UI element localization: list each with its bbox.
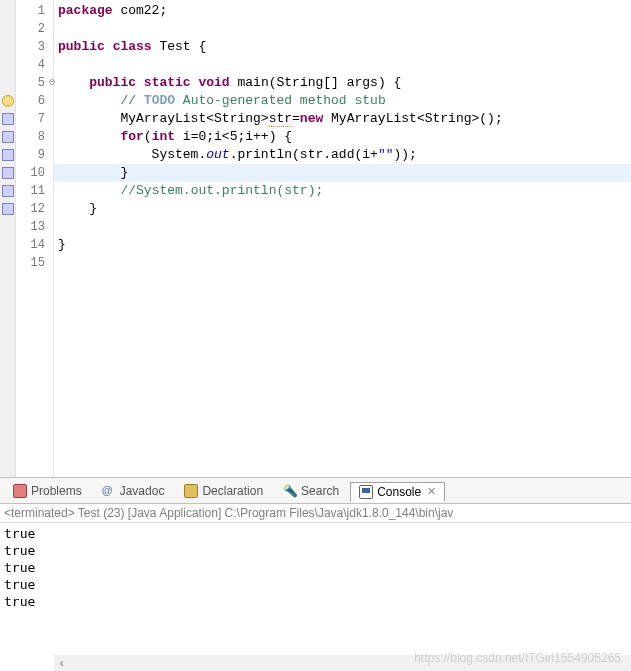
console-line: true	[4, 525, 627, 542]
line-number[interactable]: 1	[16, 2, 53, 20]
code-token	[58, 75, 89, 90]
line-number[interactable]: 6	[16, 92, 53, 110]
line-number[interactable]: 5	[16, 74, 53, 92]
code-token: //System.out.println(	[120, 183, 284, 198]
code-token: args	[347, 75, 378, 90]
console-line: true	[4, 593, 627, 610]
code-token: void	[198, 75, 229, 90]
editor-left-margin	[0, 0, 16, 477]
code-editor-pane: 123456789101112131415 package com22;publ…	[0, 0, 631, 478]
code-token	[58, 93, 120, 108]
line-number[interactable]: 7	[16, 110, 53, 128]
code-area[interactable]: package com22;public class Test { public…	[54, 0, 631, 477]
code-token: (	[144, 129, 152, 144]
code-token: str	[269, 111, 292, 127]
code-token: .println(str.add(i+	[230, 147, 378, 162]
code-token: public	[58, 39, 105, 54]
code-token: Auto-generated method stub	[175, 93, 386, 108]
code-token: int	[152, 129, 175, 144]
code-line[interactable]: // TODO Auto-generated method stub	[54, 92, 631, 110]
close-icon[interactable]: ✕	[427, 485, 436, 498]
code-token: =	[292, 111, 300, 126]
code-line[interactable]: }	[54, 200, 631, 218]
line-number[interactable]: 11	[16, 182, 53, 200]
console-line: true	[4, 576, 627, 593]
code-token: }	[58, 237, 66, 252]
tab-javadoc[interactable]: @ Javadoc	[93, 481, 174, 501]
console-line: true	[4, 559, 627, 576]
code-token: ) {	[378, 75, 401, 90]
code-token: ""	[378, 147, 394, 162]
tab-label: Console	[377, 485, 421, 499]
code-token: out	[206, 147, 229, 162]
code-token: new	[300, 111, 323, 126]
code-token	[105, 39, 113, 54]
code-token: for	[120, 129, 143, 144]
tab-declaration[interactable]: Declaration	[175, 481, 272, 501]
code-line[interactable]: public static void main(String[] args) {	[54, 74, 631, 92]
code-token: com22;	[113, 3, 168, 18]
code-token: package	[58, 3, 113, 18]
problems-icon	[13, 484, 27, 498]
code-token: str	[284, 183, 307, 198]
view-tab-bar: Problems @ Javadoc Declaration 🔦 Search …	[0, 478, 631, 504]
search-icon: 🔦	[283, 484, 297, 498]
code-token: System.	[58, 147, 206, 162]
code-token: class	[113, 39, 152, 54]
code-token: public	[89, 75, 136, 90]
code-token	[136, 75, 144, 90]
code-line[interactable]: System.out.println(str.add(i+""));	[54, 146, 631, 164]
tab-label: Javadoc	[120, 484, 165, 498]
tab-label: Declaration	[202, 484, 263, 498]
line-number[interactable]: 9	[16, 146, 53, 164]
line-number[interactable]: 8	[16, 128, 53, 146]
code-line[interactable]	[54, 20, 631, 38]
line-number[interactable]: 4	[16, 56, 53, 74]
code-line[interactable]: MyArrayList<String>str=new MyArrayList<S…	[54, 110, 631, 128]
code-line[interactable]	[54, 254, 631, 272]
line-number[interactable]: 15	[16, 254, 53, 272]
code-token: MyArrayList<String>();	[323, 111, 502, 126]
line-number[interactable]: 2	[16, 20, 53, 38]
tab-label: Problems	[31, 484, 82, 498]
tab-console[interactable]: Console ✕	[350, 482, 445, 502]
code-line[interactable]	[54, 218, 631, 236]
code-token: i=0;i<5;i++) {	[175, 129, 292, 144]
line-number[interactable]: 12	[16, 200, 53, 218]
code-token	[58, 129, 120, 144]
line-number[interactable]: 3	[16, 38, 53, 56]
tab-problems[interactable]: Problems	[4, 481, 91, 501]
bottom-panel: Problems @ Javadoc Declaration 🔦 Search …	[0, 478, 631, 612]
code-line[interactable]: package com22;	[54, 2, 631, 20]
line-number[interactable]: 14	[16, 236, 53, 254]
console-icon	[359, 485, 373, 499]
watermark-text: https://blog.csdn.net/ITGirl1554905265	[414, 651, 621, 665]
code-line[interactable]: public class Test {	[54, 38, 631, 56]
line-number[interactable]: 13	[16, 218, 53, 236]
code-token: Test {	[152, 39, 207, 54]
code-token: MyArrayList<String>	[58, 111, 269, 126]
console-line: true	[4, 542, 627, 559]
code-line[interactable]: //System.out.println(str);	[54, 182, 631, 200]
code-token	[58, 183, 120, 198]
code-token: //	[120, 93, 143, 108]
console-output[interactable]: truetruetruetruetrue	[0, 523, 631, 612]
line-number[interactable]: 10	[16, 164, 53, 182]
line-number-gutter[interactable]: 123456789101112131415	[16, 0, 54, 477]
tab-search[interactable]: 🔦 Search	[274, 481, 348, 501]
code-token: static	[144, 75, 191, 90]
code-line[interactable]	[54, 56, 631, 74]
code-token: }	[58, 201, 97, 216]
code-token: }	[58, 165, 128, 180]
code-line[interactable]: }	[54, 164, 631, 182]
code-line[interactable]: for(int i=0;i<5;i++) {	[54, 128, 631, 146]
console-header: <terminated> Test (23) [Java Application…	[0, 504, 631, 523]
declaration-icon	[184, 484, 198, 498]
javadoc-icon: @	[102, 484, 116, 498]
code-token: ));	[393, 147, 416, 162]
code-line[interactable]: }	[54, 236, 631, 254]
tab-label: Search	[301, 484, 339, 498]
code-token: main(String[]	[230, 75, 347, 90]
code-token: TODO	[144, 93, 175, 108]
code-token: );	[308, 183, 324, 198]
